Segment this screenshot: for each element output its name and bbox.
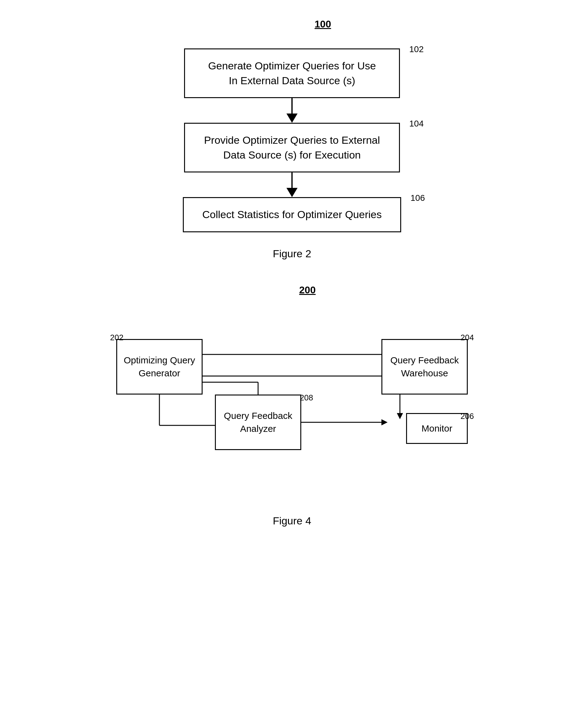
box-qfa-text: Query FeedbackAnalyzer <box>224 409 292 435</box>
box-qfw: Query FeedbackWarehouse <box>381 339 468 394</box>
figure4-caption: Figure 4 <box>273 515 312 527</box>
figure4-section: 200 <box>31 284 553 527</box>
box-oqg-text: Optimizing QueryGenerator <box>124 354 195 380</box>
flow-box-104-label: 104 <box>409 118 424 130</box>
arrow-line-2 <box>291 173 293 188</box>
arrow-head-2 <box>287 188 297 197</box>
arrow-2 <box>287 173 297 197</box>
svg-marker-11 <box>381 419 388 425</box>
flow-box-104-text: Provide Optimizer Queries to ExternalDat… <box>204 134 380 161</box>
figure4-diagram: Optimizing QueryGenerator 202 Query Feed… <box>107 320 477 499</box>
flow-box-102-label: 102 <box>409 43 424 55</box>
arrow-1 <box>287 98 297 123</box>
arrow-line-1 <box>291 98 293 113</box>
box-oqg-label: 202 <box>110 333 123 342</box>
page-container: 100 Generate Optimizer Queries for UseIn… <box>0 0 584 728</box>
figure2-flowchart: Generate Optimizer Queries for UseIn Ext… <box>153 48 431 232</box>
box-monitor: Monitor <box>406 413 468 444</box>
box-qfw-label: 204 <box>461 333 474 342</box>
figure2-diagram-label: 100 <box>315 19 331 30</box>
figure4-diagram-label: 200 <box>299 284 315 296</box>
flow-box-104: Provide Optimizer Queries to ExternalDat… <box>184 123 400 173</box>
box-monitor-label: 206 <box>461 412 474 421</box>
flow-box-102-text: Generate Optimizer Queries for UseIn Ext… <box>208 60 376 86</box>
figure2-section: 100 Generate Optimizer Queries for UseIn… <box>31 19 553 260</box>
flow-box-102: Generate Optimizer Queries for UseIn Ext… <box>184 48 400 98</box>
box-oqg: Optimizing QueryGenerator <box>116 339 203 394</box>
box-qfa-label: 208 <box>300 393 313 402</box>
box-monitor-text: Monitor <box>422 422 452 435</box>
flow-box-106: Collect Statistics for Optimizer Queries… <box>183 197 401 232</box>
flow-box-106-label: 106 <box>410 192 425 204</box>
arrow-head-1 <box>287 113 297 123</box>
figure2-caption: Figure 2 <box>273 248 312 260</box>
box-qfa: Query FeedbackAnalyzer <box>215 394 301 450</box>
svg-marker-13 <box>397 413 403 419</box>
flow-box-106-text: Collect Statistics for Optimizer Queries <box>202 209 382 220</box>
box-qfw-text: Query FeedbackWarehouse <box>390 354 459 380</box>
